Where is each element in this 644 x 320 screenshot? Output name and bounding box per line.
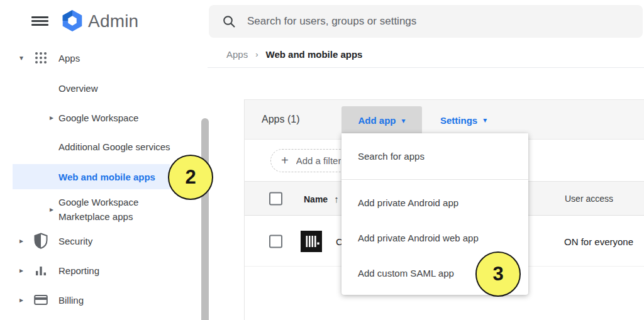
sidebar-item-gw-marketplace-apps[interactable]: ▸ Google Workspace Marketplace apps bbox=[0, 194, 201, 225]
sidebar-item-label: Additional Google services bbox=[58, 141, 170, 152]
user-access-column-header: User access bbox=[565, 194, 613, 204]
sidebar-item-google-workspace[interactable]: ▸ Google Workspace bbox=[0, 105, 201, 130]
search-icon bbox=[223, 15, 236, 28]
sidebar-item-label: Google Workspace Marketplace apps bbox=[58, 196, 160, 224]
breadcrumb-apps-link[interactable]: Apps bbox=[226, 49, 248, 60]
app-title: Admin bbox=[88, 11, 138, 31]
breadcrumb: Apps › Web and mobile apps bbox=[226, 49, 362, 60]
google-admin-logo-icon[interactable] bbox=[61, 9, 84, 35]
caret-right-icon[interactable]: ▸ bbox=[47, 205, 57, 214]
shield-icon bbox=[34, 233, 48, 249]
sidebar-item-label: Google Workspace bbox=[58, 113, 138, 123]
sidebar-item-label: Security bbox=[58, 236, 92, 246]
admin-console-screen: Admin ▾ Apps Overview ▸ Google Workspace… bbox=[0, 0, 644, 320]
apps-grid-icon bbox=[34, 50, 48, 66]
menu-divider bbox=[341, 179, 528, 180]
sidebar-item-web-and-mobile-apps[interactable]: Web and mobile apps bbox=[13, 164, 170, 189]
menu-item-search-for-apps[interactable]: Search for apps bbox=[341, 133, 528, 179]
breadcrumb-current-page: Web and mobile apps bbox=[266, 49, 363, 60]
bar-chart-icon bbox=[34, 262, 48, 279]
menu-item-add-private-android-app[interactable]: Add private Android app bbox=[341, 185, 528, 220]
app-user-access: ON for everyone bbox=[564, 236, 633, 246]
name-header-label: Name bbox=[304, 194, 328, 204]
add-app-button-label: Add app bbox=[358, 115, 396, 126]
caret-right-icon[interactable]: ▸ bbox=[16, 236, 26, 245]
search-bar[interactable] bbox=[209, 5, 643, 38]
caret-right-icon[interactable]: ▸ bbox=[16, 266, 26, 275]
name-column-header[interactable]: Name↑ bbox=[304, 193, 339, 204]
annotation-step-2: 2 bbox=[168, 155, 213, 200]
sidebar-item-additional-google-services[interactable]: Additional Google services bbox=[0, 134, 201, 159]
menu-item-add-private-android-web-app[interactable]: Add private Android web app bbox=[341, 220, 528, 255]
menu-icon[interactable] bbox=[31, 16, 48, 26]
sidebar-item-label: Reporting bbox=[58, 265, 99, 276]
add-filter-label: Add a filter bbox=[296, 155, 341, 166]
plus-icon: + bbox=[281, 153, 289, 168]
sidebar-scrollbar[interactable] bbox=[201, 118, 209, 320]
breadcrumb-separator-icon: › bbox=[255, 50, 258, 59]
sidebar-item-label: Overview bbox=[58, 83, 98, 94]
sidebar-item-label: Billing bbox=[58, 295, 84, 306]
caret-right-icon[interactable]: ▸ bbox=[16, 295, 26, 304]
search-input[interactable] bbox=[247, 15, 643, 28]
sidebar-item-security[interactable]: ▸ Security bbox=[0, 228, 201, 253]
caret-down-icon: ▾ bbox=[401, 116, 405, 125]
add-app-button[interactable]: Add app ▾ bbox=[341, 106, 422, 135]
sidebar-item-label: Apps bbox=[58, 53, 80, 63]
caret-down-icon: ▾ bbox=[483, 116, 487, 124]
sidebar-item-overview[interactable]: Overview bbox=[0, 75, 201, 101]
sidebar-item-label: Web and mobile apps bbox=[58, 172, 155, 182]
credit-card-icon bbox=[34, 292, 48, 308]
sidebar-item-reporting[interactable]: ▸ Reporting bbox=[0, 258, 201, 283]
sort-ascending-icon: ↑ bbox=[334, 193, 339, 204]
row-checkbox[interactable] bbox=[269, 234, 282, 248]
apps-count-title: Apps (1) bbox=[262, 114, 299, 125]
breadcrumb-divider bbox=[208, 67, 644, 68]
annotation-step-3: 3 bbox=[475, 251, 521, 297]
sidebar-item-billing[interactable]: ▸ Billing bbox=[0, 287, 201, 312]
select-all-checkbox[interactable] bbox=[269, 192, 282, 205]
caret-right-icon[interactable]: ▸ bbox=[47, 113, 57, 122]
settings-button-label: Settings bbox=[440, 115, 477, 126]
caret-down-icon[interactable]: ▾ bbox=[16, 53, 26, 62]
sidebar-item-apps[interactable]: ▾ Apps bbox=[0, 45, 201, 70]
app-logo-icon bbox=[301, 231, 322, 252]
